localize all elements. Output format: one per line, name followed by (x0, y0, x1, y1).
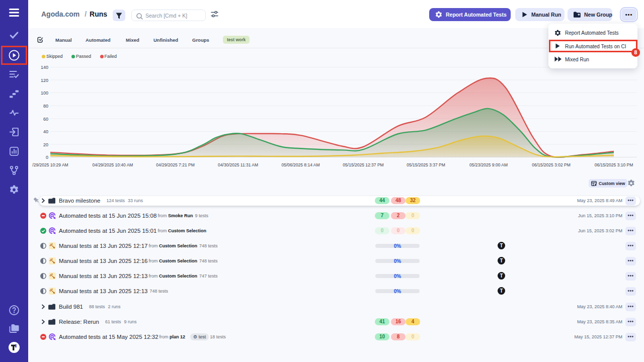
svg-text:05/15/2025 3:37 PM: 05/15/2025 3:37 PM (407, 162, 445, 167)
svg-text:20: 20 (43, 142, 48, 147)
svg-text:100: 100 (41, 90, 48, 96)
svg-text:60: 60 (43, 117, 48, 122)
svg-text:04/30/2025 11:31 AM: 04/30/2025 11:31 AM (218, 162, 258, 167)
svg-text:06/15/2025 3:02 PM: 06/15/2025 3:02 PM (532, 162, 571, 167)
svg-text:05/23/2025 9:00 AM: 05/23/2025 9:00 AM (469, 162, 508, 167)
svg-text:40: 40 (43, 129, 48, 134)
svg-text:04/29/2025 7:21 PM: 04/29/2025 7:21 PM (156, 162, 195, 167)
svg-text:120: 120 (41, 78, 48, 83)
svg-text:140: 140 (41, 65, 48, 70)
svg-text:04/29/2025 10:40 AM: 04/29/2025 10:40 AM (93, 162, 133, 167)
svg-text:/29/2025 10:29 AM: /29/2025 10:29 AM (32, 162, 68, 167)
svg-text:06/15/2025 3:10 PM: 06/15/2025 3:10 PM (595, 162, 633, 167)
svg-text:05/15/2025 12:37 PM: 05/15/2025 12:37 PM (343, 162, 383, 167)
svg-text:0: 0 (46, 155, 48, 160)
svg-text:05/06/2025 8:14 AM: 05/06/2025 8:14 AM (281, 162, 319, 167)
svg-text:80: 80 (43, 104, 48, 109)
